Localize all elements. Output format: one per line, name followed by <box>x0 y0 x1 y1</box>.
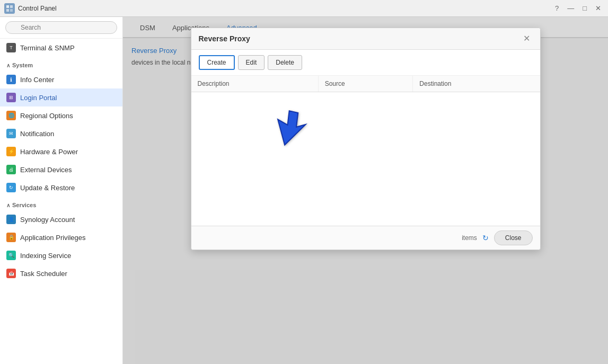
task-icon: 📅 <box>6 269 16 278</box>
sidebar-item-terminal[interactable]: T Terminal & SNMP <box>0 39 122 57</box>
apppriv-icon: 🔒 <box>6 233 16 242</box>
sidebar-item-label: Update & Restore <box>20 184 75 192</box>
dialog-footer: items ↻ Close <box>191 226 540 250</box>
dialog-close-button[interactable]: ✕ <box>521 33 533 44</box>
sidebar-item-hardware-power[interactable]: ⚡ Hardware & Power <box>0 143 122 161</box>
dialog-table: Description Source Destination <box>191 76 540 226</box>
app-icon <box>4 3 15 14</box>
svg-rect-0 <box>6 5 9 8</box>
help-button[interactable]: ? <box>552 3 561 13</box>
sidebar-item-label: Task Scheduler <box>20 270 67 278</box>
items-label: items <box>462 234 477 242</box>
sidebar-item-indexing-service[interactable]: 🔍 Indexing Service <box>0 246 122 264</box>
svg-rect-1 <box>10 5 13 8</box>
window-controls[interactable]: ? — □ ✕ <box>552 3 604 13</box>
sidebar-item-external-devices[interactable]: 🖨 External Devices <box>0 161 122 179</box>
delete-button[interactable]: Delete <box>268 55 302 70</box>
dialog-toolbar: Create Edit Delete <box>191 50 540 76</box>
services-section-header[interactable]: Services <box>0 197 122 210</box>
sidebar-item-label: Terminal & SNMP <box>20 44 75 52</box>
sidebar-item-regional-options[interactable]: 🌐 Regional Options <box>0 106 122 125</box>
system-section-label: System <box>12 62 33 68</box>
sidebar-item-label: Synology Account <box>20 216 75 224</box>
sidebar-item-label: Login Portal <box>20 94 57 102</box>
sidebar-item-label: Notification <box>20 130 54 138</box>
app-title: Control Panel <box>18 5 57 12</box>
edit-button[interactable]: Edit <box>238 55 265 70</box>
sidebar-item-login-portal[interactable]: ⊞ Login Portal <box>0 88 122 106</box>
col-description: Description <box>191 76 319 92</box>
svg-rect-3 <box>10 9 13 12</box>
svg-rect-2 <box>6 9 9 12</box>
search-wrap: 🔍 <box>5 21 117 34</box>
create-button[interactable]: Create <box>199 55 235 70</box>
content-area: DSM Applications Advanced Reverse Proxy … <box>123 17 608 364</box>
external-icon: 🖨 <box>6 165 16 174</box>
info-icon: ℹ <box>6 75 16 84</box>
services-section-label: Services <box>12 202 36 208</box>
dialog-overlay: Reverse Proxy ✕ Create Edit Delete Descr… <box>123 17 608 364</box>
search-input[interactable] <box>5 21 117 34</box>
sidebar: 🔍 T Terminal & SNMP System ℹ Info Center… <box>0 17 123 364</box>
titlebar: Control Panel ? — □ ✕ <box>0 0 608 17</box>
update-icon: ↻ <box>6 183 16 192</box>
sidebar-item-label: Indexing Service <box>20 252 71 260</box>
maximize-button[interactable]: □ <box>580 3 589 13</box>
dialog-header: Reverse Proxy ✕ <box>191 28 540 50</box>
refresh-button[interactable]: ↻ <box>482 234 489 242</box>
sidebar-item-label: Info Center <box>20 76 54 84</box>
col-source: Source <box>318 76 413 92</box>
sidebar-item-task-scheduler[interactable]: 📅 Task Scheduler <box>0 264 122 282</box>
notification-icon: ✉ <box>6 129 16 138</box>
indexing-icon: 🔍 <box>6 251 16 260</box>
sidebar-item-label: Application Privileges <box>20 234 86 242</box>
sidebar-item-update-restore[interactable]: ↻ Update & Restore <box>0 179 122 197</box>
search-container: 🔍 <box>0 17 122 39</box>
regional-icon: 🌐 <box>6 111 16 120</box>
login-icon: ⊞ <box>6 93 16 102</box>
sidebar-item-label: Hardware & Power <box>20 148 78 156</box>
terminal-icon: T <box>6 43 16 52</box>
sidebar-item-label: External Devices <box>20 166 72 174</box>
app-body: 🔍 T Terminal & SNMP System ℹ Info Center… <box>0 17 608 364</box>
close-dialog-button[interactable]: Close <box>494 230 533 245</box>
sidebar-item-info-center[interactable]: ℹ Info Center <box>0 70 122 88</box>
close-window-button[interactable]: ✕ <box>593 3 604 13</box>
sidebar-item-application-privileges[interactable]: 🔒 Application Privileges <box>0 228 122 246</box>
reverse-proxy-dialog: Reverse Proxy ✕ Create Edit Delete Descr… <box>191 28 541 250</box>
synology-icon: 👤 <box>6 215 16 224</box>
sidebar-item-notification[interactable]: ✉ Notification <box>0 125 122 143</box>
sidebar-item-label: Regional Options <box>20 112 73 120</box>
system-section-header[interactable]: System <box>0 57 122 70</box>
titlebar-left: Control Panel <box>4 3 57 14</box>
col-destination: Destination <box>413 76 540 92</box>
minimize-button[interactable]: — <box>565 3 577 13</box>
sidebar-item-synology-account[interactable]: 👤 Synology Account <box>0 210 122 228</box>
hardware-icon: ⚡ <box>6 147 16 156</box>
dialog-title: Reverse Proxy <box>199 34 250 43</box>
